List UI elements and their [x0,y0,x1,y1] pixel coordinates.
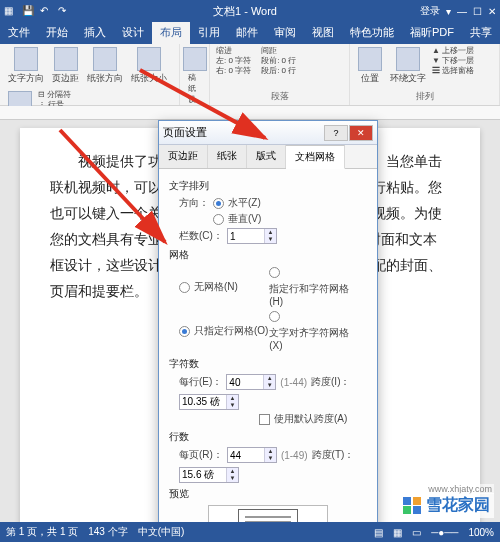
selection-pane-button[interactable]: ☰ 选择窗格 [432,66,474,76]
dialog-tab-margins[interactable]: 页边距 [159,145,208,168]
document-title: 文档1 - Word [70,4,420,19]
chars-per-line-spinner[interactable]: ▲▼ [226,374,276,390]
wrap-text-button[interactable]: 环绕文字 [388,46,428,86]
group-arrange: 排列 [356,90,493,103]
checkbox-default-pitch[interactable] [259,414,270,425]
dialog-tabs: 页边距 纸张 版式 文档网格 [159,145,377,169]
tab-view[interactable]: 视图 [304,22,342,44]
line-pitch-spinner[interactable]: ▲▼ [179,467,239,483]
tab-references[interactable]: 引用 [190,22,228,44]
dialog-titlebar[interactable]: 页面设置 ? ✕ [159,121,377,145]
indent-right-value[interactable]: 0 字符 [228,66,251,75]
close-icon[interactable]: ✕ [488,6,496,17]
dialog-tab-paper[interactable]: 纸张 [208,145,247,168]
breaks-button[interactable]: ⊟ 分隔符 [38,90,71,100]
tab-share[interactable]: 共享 [462,22,500,44]
ribbon-options-icon[interactable]: ▾ [446,6,451,17]
ribbon: 文字方向 页边距 纸张方向 纸张大小 栏 ⊟ 分隔符 ⋮ 行号 bc 断字 页面… [0,44,500,106]
group-paragraph: 段落 [216,90,343,103]
send-backward-button[interactable]: ▼ 下移一层 [432,56,474,66]
status-words[interactable]: 143 个字 [88,525,127,539]
radio-lines-only-grid[interactable] [179,326,190,337]
section-char-count: 字符数 [169,357,367,371]
tab-review[interactable]: 审阅 [266,22,304,44]
tab-layout[interactable]: 布局 [152,22,190,44]
section-grid: 网格 [169,248,367,262]
undo-icon[interactable]: ↶ [40,5,52,17]
dialog-tab-layout[interactable]: 版式 [247,145,286,168]
page-setup-dialog: 页面设置 ? ✕ 页边距 纸张 版式 文档网格 文字排列 方向： 水平(Z) 垂… [158,120,378,542]
margins-button[interactable]: 页边距 [50,46,81,86]
indent-header: 缩进 [216,46,251,56]
watermark-logo-icon [402,496,422,515]
tab-design[interactable]: 设计 [114,22,152,44]
char-pitch-spinner[interactable]: ▲▼ [179,394,239,410]
text-direction-button[interactable]: 文字方向 [6,46,46,86]
status-language[interactable]: 中文(中国) [138,525,185,539]
radio-vertical[interactable] [213,214,224,225]
spacing-after-value[interactable]: 0 行 [282,66,297,75]
section-preview: 预览 [169,487,367,501]
dialog-close-button[interactable]: ✕ [349,125,373,141]
save-icon[interactable]: 💾 [22,5,34,17]
window-titlebar: ▦ 💾 ↶ ↷ 文档1 - Word 登录 ▾ — ☐ ✕ [0,0,500,22]
tab-pdf[interactable]: 福昕PDF [402,22,462,44]
section-text-arrangement: 文字排列 [169,179,367,193]
radio-chars-align-grid[interactable] [269,311,280,322]
tab-special[interactable]: 特色功能 [342,22,402,44]
status-bar: 第 1 页，共 1 页 143 个字 中文(中国) ▤ ▦ ▭ ─●── 100… [0,522,500,542]
bring-forward-button[interactable]: ▲ 上移一层 [432,46,474,56]
spacing-before-value[interactable]: 0 行 [282,56,297,65]
dialog-help-button[interactable]: ? [324,125,348,141]
indent-left-value[interactable]: 0 字符 [228,56,251,65]
watermark-text: 雪花家园 [426,495,490,516]
lines-per-page-spinner[interactable]: ▲▼ [227,447,277,463]
zoom-value[interactable]: 100% [468,527,494,538]
word-icon: ▦ [4,5,16,17]
status-page[interactable]: 第 1 页，共 1 页 [6,525,78,539]
view-print-icon[interactable]: ▦ [393,527,402,538]
signin-link[interactable]: 登录 [420,4,440,18]
orientation-button[interactable]: 纸张方向 [85,46,125,86]
radio-horizontal[interactable] [213,198,224,209]
size-button[interactable]: 纸张大小 [129,46,169,86]
tab-file[interactable]: 文件 [0,22,38,44]
radio-chars-lines-grid[interactable] [269,267,280,278]
spacing-header: 间距 [261,46,296,56]
dialog-title: 页面设置 [163,125,207,140]
position-button[interactable]: 位置 [356,46,384,86]
minimize-icon[interactable]: — [457,6,467,17]
view-web-icon[interactable]: ▭ [412,527,421,538]
zoom-slider[interactable]: ─●── [431,527,458,538]
tab-home[interactable]: 开始 [38,22,76,44]
view-read-icon[interactable]: ▤ [374,527,383,538]
maximize-icon[interactable]: ☐ [473,6,482,17]
section-line-count: 行数 [169,430,367,444]
radio-no-grid[interactable] [179,282,190,293]
ribbon-tabs: 文件 开始 插入 设计 布局 引用 邮件 审阅 视图 特色功能 福昕PDF 共享 [0,22,500,44]
dialog-tab-grid[interactable]: 文档网格 [286,145,345,169]
columns-spinner[interactable]: ▲▼ [227,228,277,244]
tab-mailings[interactable]: 邮件 [228,22,266,44]
watermark: 雪花家园 [398,493,494,518]
redo-icon[interactable]: ↷ [58,5,70,17]
tab-insert[interactable]: 插入 [76,22,114,44]
horizontal-ruler[interactable] [0,106,500,120]
